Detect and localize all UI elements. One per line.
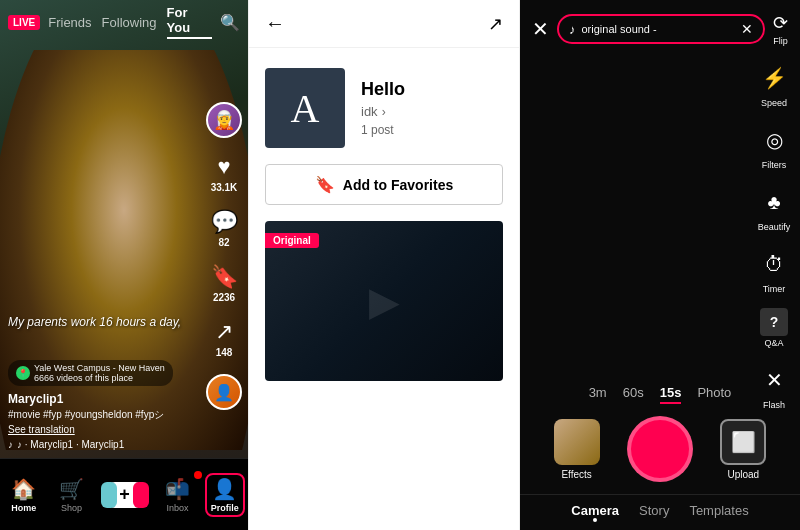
sound-info: A Hello idk › 1 post [249,48,519,164]
sound-video-thumbnail[interactable]: Original ▶ [265,221,503,381]
feed-navigation: Friends Following For You [48,5,212,39]
filters-tool[interactable]: ◎ Filters [756,122,792,170]
see-translation[interactable]: See translation [8,424,198,435]
shop-label: Shop [61,503,82,513]
sound-title: Hello [361,79,503,100]
create-icon: + [107,482,143,508]
effects-button[interactable]: Effects [554,419,600,480]
upload-thumbnail: ⬜ [720,419,766,465]
save-count: 2236 [213,292,235,303]
sound-remove-icon[interactable]: ✕ [741,21,753,37]
second-avatar[interactable]: 👤 [206,374,242,410]
hashtags[interactable]: #movie #fyp #youngsheldon #fypシ [8,408,198,422]
nav-following[interactable]: Following [102,15,157,30]
tab-story[interactable]: Story [639,503,669,518]
sound-pill-text: original sound - [582,23,736,35]
home-label: Home [11,503,36,513]
location-tag[interactable]: 📍 Yale West Campus - New Haven 6666 vide… [8,360,173,386]
sound-artist[interactable]: idk › [361,104,503,119]
nav-create[interactable]: + [99,478,151,512]
share-action[interactable]: ↗ 148 [215,319,233,358]
duration-tabs: 3m 60s 15s Photo [520,385,800,404]
tab-templates[interactable]: Templates [689,503,748,518]
add-to-favorites-button[interactable]: 🔖 Add to Favorites [265,164,503,205]
camera-controls: Effects ⬜ Upload [520,416,800,494]
music-info[interactable]: ♪ ♪ · Maryclip1 · Maryclip1 [8,439,198,450]
record-button[interactable] [627,416,693,482]
camera-bottom: 3m 60s 15s Photo Effects ⬜ Upload Camera… [520,385,800,530]
nav-profile[interactable]: 👤 Profile [205,473,245,517]
location-info: Yale West Campus - New Haven 6666 videos… [34,363,165,383]
camera-bottom-nav: Camera Story Templates [520,494,800,530]
sound-share-icon[interactable]: ↗ [488,13,503,35]
upload-label: Upload [727,469,759,480]
sound-posts: 1 post [361,123,503,137]
inbox-icon: 📬 [165,477,190,501]
tab-camera[interactable]: Camera [571,503,619,518]
username[interactable]: Maryclip1 [8,392,198,406]
back-icon[interactable]: ← [265,12,285,35]
feed-panel: LIVE Friends Following For You 🔍 My pare… [0,0,248,530]
save-action[interactable]: 🔖 2236 [211,264,238,303]
caption-text: My parents work 16 hours a day, [8,315,181,329]
nav-friends[interactable]: Friends [48,15,91,30]
location-icon: 📍 [16,366,30,380]
qa-tool[interactable]: ? Q&A [760,308,788,348]
upload-button[interactable]: ⬜ Upload [720,419,766,480]
like-action[interactable]: ♥ 33.1K [211,154,238,193]
duration-photo[interactable]: Photo [697,385,731,404]
feed-bottom-info: 📍 Yale West Campus - New Haven 6666 vide… [8,360,198,450]
album-art: A [265,68,345,148]
camera-panel: ✕ ♪ original sound - ✕ ⟳ Flip ⚡ Speed ◎ … [520,0,800,530]
search-icon[interactable]: 🔍 [220,13,240,32]
camera-right-tools: ⚡ Speed ◎ Filters ♣ Beautify ⏱ Timer ? Q… [756,60,792,410]
comment-icon: 💬 [211,209,238,235]
qa-icon: ? [760,308,788,336]
timer-label: Timer [763,284,786,294]
sound-details: Hello idk › 1 post [361,79,503,137]
album-letter: A [291,85,320,132]
timer-tool[interactable]: ⏱ Timer [756,246,792,294]
nav-home[interactable]: 🏠 Home [3,473,44,517]
speed-label: Speed [761,98,787,108]
camera-header: ✕ ♪ original sound - ✕ ⟳ Flip [520,0,800,54]
share-icon: ↗ [215,319,233,345]
like-count: 33.1K [211,182,238,193]
bookmark-icon: 🔖 [211,264,238,290]
bookmark-add-icon: 🔖 [315,175,335,194]
music-note-icon: ♪ [569,22,576,37]
comment-action[interactable]: 💬 82 [211,209,238,248]
flip-tool-header[interactable]: ⟳ Flip [773,12,788,46]
avatar[interactable]: 🧝 [206,102,242,138]
speed-icon: ⚡ [756,60,792,96]
effects-label: Effects [561,469,591,480]
live-badge[interactable]: LIVE [8,15,40,30]
effects-thumbnail [554,419,600,465]
feed-right-actions: 🧝 ♥ 33.1K 💬 82 🔖 2236 ↗ 148 👤 [206,102,242,410]
nav-shop[interactable]: 🛒 Shop [51,473,92,517]
beautify-icon: ♣ [756,184,792,220]
filters-icon: ◎ [756,122,792,158]
nav-for-you[interactable]: For You [167,5,212,39]
duration-15s[interactable]: 15s [660,385,682,404]
duration-3m[interactable]: 3m [589,385,607,404]
location-sub: 6666 videos of this place [34,373,165,383]
beautify-tool[interactable]: ♣ Beautify [756,184,792,232]
sound-pill[interactable]: ♪ original sound - ✕ [557,14,765,44]
music-text: ♪ · Maryclip1 · Maryclip1 [17,439,124,450]
qa-label: Q&A [764,338,783,348]
beautify-label: Beautify [758,222,791,232]
add-favorites-label: Add to Favorites [343,177,453,193]
sound-panel: ← ↗ A Hello idk › 1 post 🔖 Add to Favori… [248,0,520,530]
speed-tool[interactable]: ⚡ Speed [756,60,792,108]
nav-inbox[interactable]: 📬 Inbox [157,473,198,517]
artist-arrow-icon: › [382,105,386,119]
video-play-icon: ▶ [369,278,400,324]
artist-name: idk [361,104,378,119]
close-icon[interactable]: ✕ [532,17,549,41]
profile-icon: 👤 [212,477,237,501]
sound-header: ← ↗ [249,0,519,48]
original-tag: Original [265,233,319,248]
duration-60s[interactable]: 60s [623,385,644,404]
flip-label: Flip [773,36,788,46]
